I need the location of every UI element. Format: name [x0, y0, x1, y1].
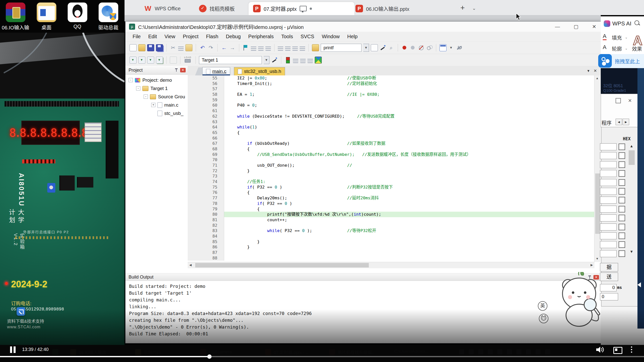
desktop-icon-driver[interactable]: 驱动总裁	[93, 3, 124, 33]
target-select-chevron-icon[interactable]: ▼	[264, 56, 269, 64]
undo-icon[interactable]: ↶	[199, 44, 206, 51]
new-tab-button[interactable]: +	[460, 4, 465, 12]
collapse-icon[interactable]: -	[144, 95, 148, 99]
scroll-down-icon[interactable]: ▼	[630, 249, 633, 254]
comment-selection-icon[interactable]	[292, 46, 298, 51]
menu-item-peripherals[interactable]: Peripherals	[248, 34, 274, 39]
desktop-icon-archive[interactable]: 06.IO输入输	[0, 3, 31, 33]
pack-installer-icon[interactable]	[293, 58, 298, 63]
hex-data-field[interactable]	[600, 214, 617, 221]
wps-tab-1[interactable]: WWPS Office	[140, 3, 198, 14]
spin-right-icon[interactable]: ▶	[623, 119, 629, 125]
chevron-down-icon[interactable]: ⌄	[625, 47, 628, 50]
cut-icon[interactable]: ✂	[170, 44, 176, 51]
toggle-bookmark-icon[interactable]	[243, 44, 249, 51]
wps-tab-2[interactable]: 找稻壳模板	[194, 3, 253, 14]
find-in-files-icon[interactable]	[371, 44, 378, 51]
hex-checkbox[interactable]	[619, 179, 625, 186]
build-icon[interactable]	[138, 57, 145, 64]
manage-runtime-icon[interactable]	[300, 58, 306, 63]
maximize-button[interactable]: ▢	[570, 22, 582, 31]
hex-checkbox[interactable]	[619, 233, 625, 239]
share-hub-icon[interactable]	[598, 54, 612, 68]
incremental-find-icon[interactable]	[380, 44, 386, 51]
hex-data-field[interactable]	[600, 161, 617, 168]
uvision-titlebar[interactable]: µ C:\Users\Administrator\Desktop\07.定时器\…	[126, 22, 601, 32]
menu-item-help[interactable]: Help	[347, 34, 357, 39]
wps-tab-3[interactable]: P07.定时器.pptx	[249, 2, 354, 15]
progress-track[interactable]	[0, 356, 644, 357]
scroll-up-icon[interactable]: ▲	[594, 75, 600, 81]
copy-icon[interactable]	[178, 46, 184, 51]
paste-icon[interactable]	[185, 44, 192, 51]
scroll-thumb[interactable]	[595, 173, 600, 234]
save-all-icon[interactable]	[156, 44, 163, 51]
file-tab-main-c[interactable]: main.c	[202, 67, 230, 75]
presentation-icon[interactable]	[300, 6, 307, 11]
hex-data-field[interactable]	[600, 223, 617, 231]
hex-data-field[interactable]	[600, 170, 617, 177]
hex-data-field[interactable]	[600, 143, 617, 150]
hex-checkbox[interactable]	[619, 188, 625, 195]
tree-item-source-grou[interactable]: -Source Grou	[126, 93, 188, 101]
flash-erase-icon[interactable]	[307, 58, 313, 63]
options-for-target-icon[interactable]	[271, 57, 278, 63]
minimize-button[interactable]: —	[552, 22, 563, 31]
hex-checkbox[interactable]	[619, 224, 625, 230]
spin-left-icon[interactable]: ◀	[616, 119, 622, 125]
fill-label[interactable]: 填充	[612, 34, 622, 41]
hex-data-field[interactable]	[600, 232, 617, 239]
pin-icon[interactable]	[175, 68, 178, 72]
file-tab-stc32-stc8-usb-h[interactable]: stc32_stc8_usb.h	[234, 67, 285, 75]
effect-label[interactable]: 效果	[632, 45, 642, 52]
menu-item-project[interactable]: Project	[183, 34, 198, 39]
tab-list-chevron-icon[interactable]: ⌄	[472, 6, 476, 11]
scroll-up-icon[interactable]: ▲	[630, 144, 633, 148]
system-viewer-icon[interactable]	[315, 57, 322, 64]
scroll-right-icon[interactable]: ▶	[589, 262, 594, 268]
theater-mode-icon[interactable]	[613, 347, 622, 354]
hex-checkbox[interactable]	[619, 161, 625, 168]
menu-item-debug[interactable]: Debug	[226, 34, 241, 39]
close-button[interactable]: ✕	[588, 22, 600, 31]
find-icon[interactable]	[312, 44, 319, 51]
next-bookmark-icon[interactable]	[258, 46, 264, 51]
project-panel-close-icon[interactable]: ✕	[180, 68, 186, 72]
tree-item-project-demo[interactable]: -Project: demo	[126, 76, 188, 84]
new-file-icon[interactable]	[130, 44, 137, 51]
window-layout-chevron-icon[interactable]: ▼	[448, 44, 454, 52]
search-options-icon[interactable]: ⌕	[388, 44, 394, 51]
menu-item-view[interactable]: View	[165, 34, 175, 39]
expand-icon[interactable]: +	[151, 103, 155, 107]
download-flash-icon[interactable]: LOAD	[184, 57, 192, 63]
collapse-icon[interactable]: -	[129, 78, 133, 82]
hex-checkbox[interactable]	[619, 144, 625, 150]
editor-hscrollbar[interactable]: ◀ ▶	[188, 262, 594, 268]
more-options-icon[interactable]	[631, 346, 632, 348]
clear-bookmarks-icon[interactable]	[265, 46, 271, 51]
start-debug-icon[interactable]	[285, 57, 291, 63]
navigate-back-icon[interactable]: ←	[221, 44, 227, 51]
indent-icon[interactable]	[278, 46, 283, 51]
search-icon[interactable]	[634, 20, 640, 26]
desktop-icon-folder[interactable]: 桌面	[31, 3, 62, 33]
volume-icon[interactable]	[596, 346, 604, 353]
scroll-thumb[interactable]	[629, 150, 635, 165]
navigate-forward-icon[interactable]: →	[229, 44, 236, 51]
hex-data-field[interactable]	[600, 241, 617, 248]
target-select[interactable]: Target 1	[199, 56, 262, 64]
receive-data-button[interactable]: 据	[600, 263, 618, 272]
menu-item-window[interactable]: Window	[322, 34, 340, 39]
scroll-thumb[interactable]	[195, 263, 369, 267]
hex-data-field[interactable]	[600, 197, 617, 204]
rebuild-all-icon[interactable]	[147, 57, 154, 64]
hex-checkbox[interactable]	[619, 197, 625, 203]
translate-file-icon[interactable]	[130, 57, 137, 64]
pause-button[interactable]	[10, 346, 16, 353]
save-icon[interactable]	[147, 44, 154, 51]
stop-build-icon[interactable]	[170, 57, 177, 64]
configure-icon[interactable]	[456, 44, 462, 51]
collapse-icon[interactable]: -	[136, 86, 140, 90]
uncomment-selection-icon[interactable]	[300, 46, 305, 51]
code-editor[interactable]: 55 IE2 |= 0x80; //使能USB中断56 Timer0_Init(…	[188, 75, 594, 262]
